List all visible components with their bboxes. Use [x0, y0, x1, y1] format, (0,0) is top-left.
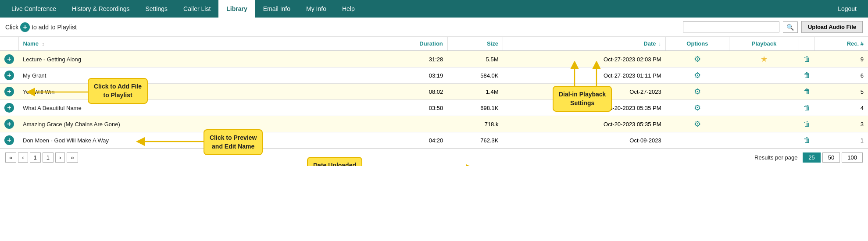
table-header-row: Name ↕ Duration Size Date ↓ Options Play…	[0, 37, 868, 51]
file-name-link[interactable]: My Grant	[23, 72, 46, 79]
file-name-link[interactable]: What A Beautiful Name	[23, 105, 82, 111]
delete-trash-icon[interactable]: 🗑	[804, 120, 811, 128]
date-cell: Oct-20-2023 05:35 PM	[503, 116, 665, 132]
next-page-button[interactable]: ›	[55, 152, 65, 163]
date-cell: Oct-27-2023	[503, 84, 665, 100]
date-cell: Oct-27-2023 02:03 PM	[503, 51, 665, 67]
duration-cell: 04:20	[380, 132, 448, 149]
rec-num-cell: 4	[815, 100, 868, 116]
library-table: Name ↕ Duration Size Date ↓ Options Play…	[0, 37, 868, 149]
playback-cell	[729, 67, 799, 84]
gear-icon[interactable]: ⚙	[694, 71, 701, 80]
page-wrapper: Live Conference History & Recordings Set…	[0, 0, 868, 166]
last-page-button[interactable]: »	[67, 152, 78, 163]
name-sort-icon[interactable]: ↕	[42, 41, 45, 46]
add-cell: +	[0, 132, 18, 149]
table-row: +Don Moen - God Will Make A Way04:20762.…	[0, 132, 868, 149]
col-delete	[799, 37, 815, 51]
size-cell: 718.k	[447, 116, 503, 132]
col-date[interactable]: Date ↓	[503, 37, 665, 51]
rpp-50-button[interactable]: 50	[822, 152, 840, 163]
options-cell: ⚙	[666, 67, 729, 84]
rec-num-cell: 6	[815, 67, 868, 84]
date-sort-icon[interactable]: ↓	[658, 41, 661, 47]
col-playback: Playback	[729, 37, 799, 51]
table-row: +Amazing Grace (My Chains Are Gone)718.k…	[0, 116, 868, 132]
delete-cell: 🗑	[799, 51, 815, 67]
table-row: +Lecture - Getting Along31:285.5MOct-27-…	[0, 51, 868, 67]
nav-item-library[interactable]: Library	[218, 0, 255, 18]
delete-trash-icon[interactable]: 🗑	[804, 136, 811, 144]
gear-icon[interactable]: ⚙	[694, 120, 701, 128]
delete-trash-icon[interactable]: 🗑	[804, 55, 811, 63]
nav-item-settings[interactable]: Settings	[137, 0, 175, 18]
nav-item-my-info[interactable]: My Info	[298, 0, 334, 18]
delete-cell: 🗑	[799, 116, 815, 132]
name-cell: My Grant	[18, 67, 380, 84]
col-name[interactable]: Name ↕	[18, 37, 380, 51]
first-page-button[interactable]: «	[5, 152, 16, 163]
nav-item-help[interactable]: Help	[334, 0, 363, 18]
table-row: +What A Beautiful Name03:58698.1KOct-20-…	[0, 100, 868, 116]
rec-num-cell: 9	[815, 51, 868, 67]
duration-cell	[380, 116, 448, 132]
file-name-link[interactable]: Don Moen - God Will Make A Way	[23, 137, 109, 144]
playback-cell	[729, 132, 799, 149]
rpp-25-button[interactable]: 25	[803, 152, 820, 163]
file-name-link[interactable]: Amazing Grace (My Chains Are Gone)	[23, 121, 120, 128]
current-page: 1	[30, 152, 41, 163]
size-cell: 5.5M	[447, 51, 503, 67]
upload-audio-file-button[interactable]: Upload Audio File	[801, 21, 863, 33]
delete-cell: 🗑	[799, 100, 815, 116]
file-name-link[interactable]: You Will Win	[23, 89, 54, 95]
gear-icon[interactable]: ⚙	[694, 55, 701, 64]
options-cell	[666, 132, 729, 149]
rpp-100-button[interactable]: 100	[842, 152, 863, 163]
add-to-playlist-label: Click + to add to Playlist	[5, 22, 77, 32]
results-per-page-label: Results per page	[754, 154, 797, 161]
pagination-bar: « ‹ 1 1 › » Results per page 25 50 100	[0, 149, 868, 166]
delete-trash-icon[interactable]: 🗑	[804, 88, 811, 95]
gear-icon[interactable]: ⚙	[694, 103, 701, 112]
search-button[interactable]: 🔍	[783, 21, 798, 33]
date-cell: Oct-09-2023	[503, 132, 665, 149]
add-to-playlist-plus-icon[interactable]: +	[20, 22, 30, 32]
col-options: Options	[666, 37, 729, 51]
size-cell: 762.3K	[447, 132, 503, 149]
add-to-playlist-button[interactable]: +	[4, 54, 14, 64]
name-cell: Don Moen - God Will Make A Way	[18, 132, 380, 149]
add-cell: +	[0, 116, 18, 132]
options-cell: ⚙	[666, 100, 729, 116]
add-to-playlist-button[interactable]: +	[4, 135, 14, 145]
delete-trash-icon[interactable]: 🗑	[804, 104, 811, 111]
col-rec: Rec. #	[815, 37, 868, 51]
add-to-playlist-button[interactable]: +	[4, 103, 14, 113]
delete-trash-icon[interactable]: 🗑	[804, 71, 811, 79]
rec-num-cell: 3	[815, 116, 868, 132]
date-cell: Oct-27-2023 01:11 PM	[503, 67, 665, 84]
search-input[interactable]	[683, 21, 779, 32]
total-pages: 1	[43, 152, 54, 163]
gear-icon[interactable]: ⚙	[694, 87, 701, 96]
prev-page-button[interactable]: ‹	[18, 152, 28, 163]
size-cell: 584.0K	[447, 67, 503, 84]
nav-item-caller-list[interactable]: Caller List	[175, 0, 218, 18]
playback-cell: ★	[729, 51, 799, 67]
nav-item-history-recordings[interactable]: History & Recordings	[64, 0, 138, 18]
file-name-link[interactable]: Lecture - Getting Along	[23, 56, 81, 63]
add-cell: +	[0, 100, 18, 116]
name-cell: Amazing Grace (My Chains Are Gone)	[18, 116, 380, 132]
table-row: +My Grant03:19584.0KOct-27-2023 01:11 PM…	[0, 67, 868, 84]
library-table-wrap: Name ↕ Duration Size Date ↓ Options Play…	[0, 37, 868, 149]
col-duration: Duration	[380, 37, 448, 51]
playback-cell	[729, 84, 799, 100]
add-to-playlist-button[interactable]: +	[4, 87, 14, 96]
nav-item-email-info[interactable]: Email Info	[255, 0, 298, 18]
playback-cell	[729, 116, 799, 132]
logout-button[interactable]: Logout	[830, 0, 864, 18]
playback-star-icon[interactable]: ★	[761, 55, 768, 64]
col-add	[0, 37, 18, 51]
add-to-playlist-button[interactable]: +	[4, 119, 14, 129]
add-to-playlist-button[interactable]: +	[4, 71, 14, 80]
nav-item-live-conference[interactable]: Live Conference	[4, 0, 64, 18]
